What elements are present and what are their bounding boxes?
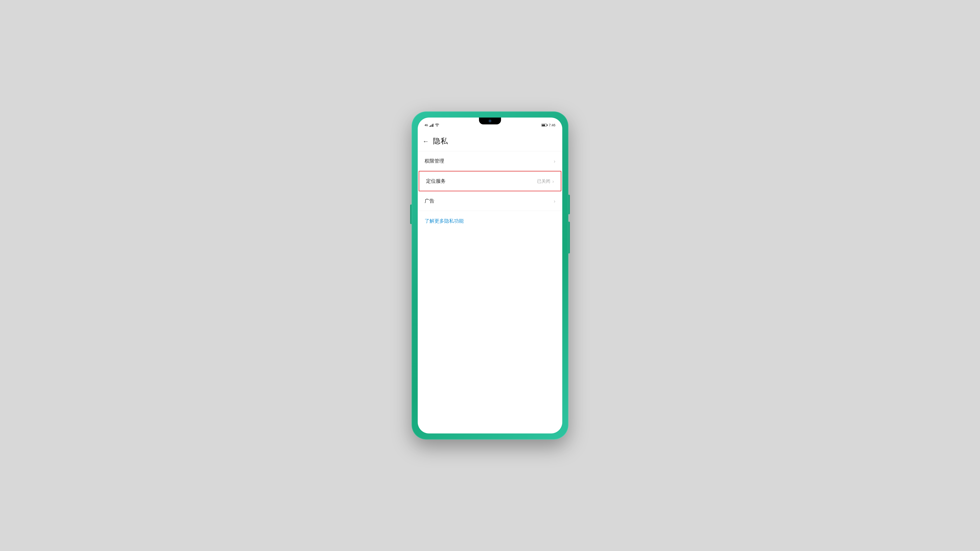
status-left: 4G xyxy=(425,124,439,127)
notch xyxy=(479,118,501,124)
battery-icon xyxy=(541,124,547,127)
phone-outer: 4G 7:46 xyxy=(412,111,568,440)
chevron-right-icon: › xyxy=(552,179,554,184)
location-label: 定位服务 xyxy=(426,178,445,184)
time-display: 7:46 xyxy=(549,123,555,127)
chevron-right-icon: › xyxy=(554,159,555,164)
permissions-right: › xyxy=(554,159,555,164)
phone-inner: 4G 7:46 xyxy=(418,118,562,433)
wifi-icon xyxy=(435,124,439,127)
settings-item-permissions[interactable]: 权限管理 › xyxy=(418,151,562,171)
page-header: ← 隐私 xyxy=(418,130,562,151)
settings-item-ads[interactable]: 广告 › xyxy=(418,191,562,211)
learn-more-link[interactable]: 了解更多隐私功能 xyxy=(418,211,562,231)
back-button[interactable]: ← xyxy=(423,138,429,144)
side-btn-left xyxy=(410,205,412,224)
camera-lens xyxy=(489,120,491,122)
ads-right: › xyxy=(554,198,555,203)
page-title: 隐私 xyxy=(433,136,448,146)
signal-bars-icon xyxy=(430,124,434,127)
status-right: 7:46 xyxy=(541,123,555,127)
permissions-label: 权限管理 xyxy=(425,158,444,164)
settings-item-location[interactable]: 定位服务 已关闭 › xyxy=(419,171,561,191)
location-status: 已关闭 xyxy=(537,178,550,184)
4g-label: 4G xyxy=(425,124,428,127)
location-right: 已关闭 › xyxy=(537,178,554,184)
chevron-right-icon: › xyxy=(554,198,555,203)
ads-label: 广告 xyxy=(425,198,434,204)
settings-list: 权限管理 › 定位服务 已关闭 › 广告 › 了解 xyxy=(418,151,562,433)
